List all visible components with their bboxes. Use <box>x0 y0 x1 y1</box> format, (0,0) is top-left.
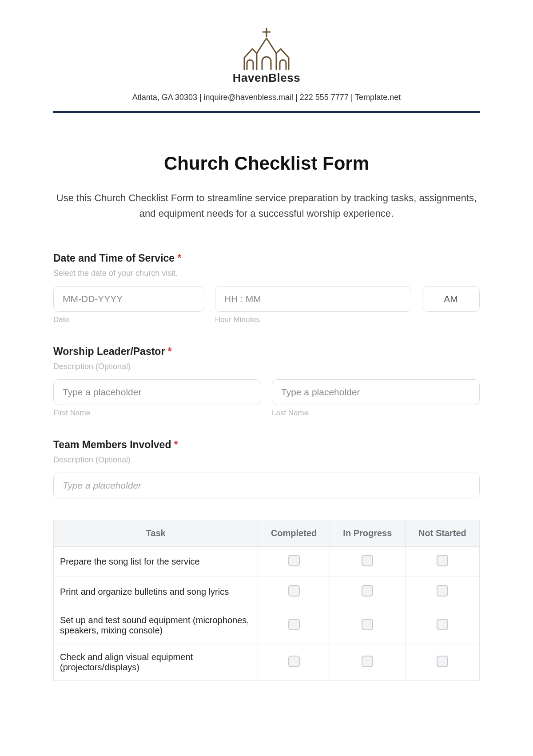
label-text: Worship Leader/Pastor <box>53 346 165 357</box>
required-mark: * <box>168 346 172 357</box>
required-mark: * <box>174 439 178 450</box>
document-header: HavenBless Atlanta, GA 30303 | inquire@h… <box>53 27 480 113</box>
time-input[interactable] <box>215 286 411 312</box>
last-name-sublabel: Last Name <box>272 409 480 418</box>
table-row: Print and organize bulletins and song ly… <box>54 577 480 607</box>
time-sublabel: Hour Minutes <box>215 315 411 324</box>
leader-label: Worship Leader/Pastor * <box>53 346 480 358</box>
col-in-progress: In Progress <box>330 520 405 547</box>
col-not-started: Not Started <box>405 520 479 547</box>
task-text: Print and organize bulletins and song ly… <box>54 577 258 607</box>
team-label: Team Members Involved * <box>53 439 480 451</box>
checkbox-completed[interactable] <box>288 555 300 566</box>
table-row: Set up and test sound equipment (microph… <box>54 607 480 644</box>
page-description: Use this Church Checklist Form to stream… <box>53 190 480 221</box>
label-text: Date and Time of Service <box>53 252 175 264</box>
checkbox-in-progress[interactable] <box>362 585 373 597</box>
date-sublabel: Date <box>53 315 204 324</box>
col-completed: Completed <box>258 520 330 547</box>
table-row: Prepare the song list for the service <box>54 547 480 577</box>
date-time-label: Date and Time of Service * <box>53 252 480 264</box>
checkbox-not-started[interactable] <box>437 555 448 566</box>
field-date-time: Date and Time of Service * Select the da… <box>53 252 480 324</box>
last-name-input[interactable] <box>272 379 480 405</box>
brand-name: HavenBless <box>233 71 300 85</box>
first-name-input[interactable] <box>53 379 261 405</box>
checklist-table: Task Completed In Progress Not Started P… <box>53 520 480 681</box>
checkbox-completed[interactable] <box>288 619 300 630</box>
label-text: Team Members Involved <box>53 439 171 450</box>
checkbox-in-progress[interactable] <box>362 619 373 630</box>
checkbox-in-progress[interactable] <box>362 656 373 667</box>
checkbox-not-started[interactable] <box>437 585 448 597</box>
task-text: Set up and test sound equipment (microph… <box>54 607 258 644</box>
table-row: Check and align visual equipment (projec… <box>54 644 480 681</box>
team-members-input[interactable] <box>53 473 480 498</box>
col-task: Task <box>54 520 258 547</box>
checkbox-in-progress[interactable] <box>362 555 373 566</box>
team-help: Description (Optional) <box>53 455 480 465</box>
logo-block: HavenBless <box>53 27 480 85</box>
checkbox-not-started[interactable] <box>437 619 448 630</box>
task-text: Check and align visual equipment (projec… <box>54 644 258 681</box>
header-info-line: Atlanta, GA 30303 | inquire@havenbless.m… <box>53 93 480 102</box>
page-title: Church Checklist Form <box>53 153 480 174</box>
checkbox-not-started[interactable] <box>437 656 448 667</box>
date-time-help: Select the date of your church visit. <box>53 269 480 278</box>
checkbox-completed[interactable] <box>288 585 300 597</box>
required-mark: * <box>178 252 182 264</box>
field-team-members: Team Members Involved * Description (Opt… <box>53 439 480 498</box>
leader-help: Description (Optional) <box>53 362 480 371</box>
task-text: Prepare the song list for the service <box>54 547 258 577</box>
field-worship-leader: Worship Leader/Pastor * Description (Opt… <box>53 346 480 418</box>
first-name-sublabel: First Name <box>53 409 261 418</box>
ampm-selector[interactable]: AM <box>422 286 480 312</box>
date-input[interactable] <box>53 286 204 312</box>
church-logo-icon <box>240 27 293 71</box>
checkbox-completed[interactable] <box>288 656 300 667</box>
